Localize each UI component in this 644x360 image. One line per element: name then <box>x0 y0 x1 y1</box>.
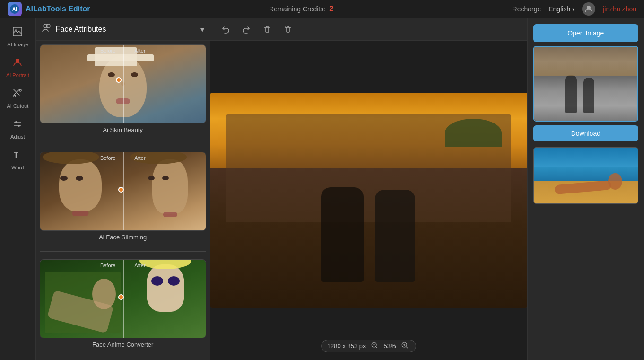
undo-button[interactable] <box>218 22 233 37</box>
tool-card-ai-skin-beauty-label: Ai Skin Beauty <box>40 123 206 136</box>
tool-card-face-anime-converter[interactable]: Before After <box>40 259 206 351</box>
image-status-bar: 1280 x 853 px 53% <box>321 340 417 352</box>
svg-line-15 <box>285 26 291 33</box>
credits-count: 2 <box>329 5 333 13</box>
zoom-out-button[interactable] <box>370 342 380 350</box>
after-label-anime: After <box>134 263 145 268</box>
image-dimensions: 1280 x 853 px <box>327 342 366 350</box>
before-label-anime: Before <box>100 263 115 268</box>
right-panel: Open Image Download <box>527 18 644 360</box>
redo-button[interactable] <box>239 22 254 37</box>
sidebar-item-ai-cutout-label: AI Cutout <box>7 103 28 109</box>
language-selector[interactable]: English ▾ <box>548 5 574 13</box>
tool-panel: Face Attributes ▾ Before After <box>36 18 210 360</box>
delete-button[interactable] <box>260 22 275 37</box>
svg-point-10 <box>15 121 17 123</box>
tool-card-ai-face-slimming-label: Ai Face Slimming <box>40 231 206 244</box>
chevron-down-icon: ▾ <box>572 7 574 12</box>
svg-point-14 <box>46 24 50 28</box>
ai-image-icon <box>12 26 23 40</box>
credits-display: Remaining Credits: 2 <box>90 5 513 13</box>
panel-content: Before After <box>36 41 210 360</box>
svg-line-18 <box>376 347 378 348</box>
tool-card-face-anime-converter-preview: Before After <box>40 259 206 338</box>
secondary-image-preview[interactable] <box>533 147 638 204</box>
svg-text:AI: AI <box>12 7 17 12</box>
sidebar-item-ai-image[interactable]: AI Image <box>0 22 35 51</box>
svg-text:T: T <box>14 151 18 159</box>
svg-point-2 <box>587 6 591 9</box>
adjust-icon <box>12 118 23 132</box>
svg-point-7 <box>19 89 21 91</box>
header: AI AILabTools Editor Remaining Credits: … <box>0 0 644 18</box>
panel-header: Face Attributes ▾ <box>36 18 210 41</box>
canvas-toolbar <box>210 18 527 41</box>
sidebar-item-ai-portrait-label: AI Portrait <box>6 72 29 78</box>
tool-card-ai-face-slimming[interactable]: Before After <box>40 152 206 244</box>
tool-card-ai-face-slimming-preview: Before After <box>40 152 206 231</box>
left-sidebar: AI Image AI Portrait AI Cutout <box>0 18 36 360</box>
header-right: Recharge English ▾ jinzhu zhou <box>513 2 636 16</box>
logo-icon: AI <box>8 2 22 16</box>
clear-all-button[interactable] <box>280 22 296 37</box>
sidebar-item-adjust[interactable]: Adjust <box>0 114 35 143</box>
app-name: AILabTools Editor <box>26 5 90 13</box>
panel-title: Face Attributes <box>56 25 197 34</box>
ai-portrait-icon <box>12 57 23 70</box>
user-avatar[interactable] <box>582 2 595 16</box>
divider-1 <box>40 144 206 144</box>
language-label: English <box>548 5 570 13</box>
main-content: AI Image AI Portrait AI Cutout <box>0 18 644 360</box>
svg-line-22 <box>407 347 408 348</box>
divider-2 <box>40 251 206 252</box>
username: jinzhu zhou <box>603 5 636 13</box>
sidebar-item-ai-cutout[interactable]: AI Cutout <box>0 84 35 113</box>
recharge-button[interactable]: Recharge <box>513 5 541 13</box>
sidebar-item-adjust-label: Adjust <box>10 134 25 140</box>
ai-cutout-icon <box>12 88 23 101</box>
canvas-main: 1280 x 853 px 53% <box>210 41 527 360</box>
tool-card-ai-skin-beauty[interactable]: Before After <box>40 44 206 136</box>
remaining-label: Remaining Credits: <box>269 5 325 13</box>
zoom-in-button[interactable] <box>400 342 410 350</box>
sidebar-item-word-label: Word <box>11 165 24 170</box>
before-label: Before <box>100 48 115 53</box>
sidebar-item-word[interactable]: T Word <box>0 145 35 174</box>
panel-collapse-icon[interactable]: ▾ <box>200 25 204 34</box>
tool-card-face-anime-converter-label: Face Anime Converter <box>40 338 206 351</box>
canvas-area: 1280 x 853 px 53% <box>210 18 527 360</box>
sidebar-item-ai-portrait[interactable]: AI Portrait <box>0 53 35 82</box>
after-label: After <box>134 48 145 53</box>
open-image-button[interactable]: Open Image <box>533 24 638 42</box>
tool-card-ai-skin-beauty-preview: Before After <box>40 44 206 123</box>
svg-point-6 <box>14 95 16 97</box>
logo: AI AILabTools Editor <box>8 2 90 16</box>
word-icon: T <box>12 149 23 163</box>
panel-header-icon <box>42 23 52 36</box>
svg-point-11 <box>18 125 20 127</box>
svg-point-5 <box>16 59 19 62</box>
primary-image-preview[interactable] <box>533 46 638 122</box>
after-label-slimming: After <box>134 155 145 161</box>
before-label-slimming: Before <box>100 155 115 161</box>
download-button[interactable]: Download <box>533 125 638 141</box>
sidebar-item-ai-image-label: AI Image <box>7 42 28 47</box>
zoom-level: 53% <box>384 342 396 350</box>
main-canvas-image <box>210 93 527 308</box>
